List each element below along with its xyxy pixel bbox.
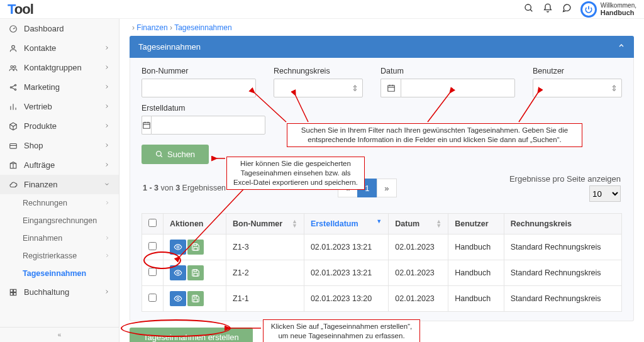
view-icon[interactable]: [170, 291, 186, 306]
label-erstell: Erstelldatum: [142, 104, 264, 113]
sidebar-item-aufträge[interactable]: Aufträge: [0, 155, 119, 175]
svg-rect-41: [194, 299, 197, 302]
svg-line-9: [12, 86, 15, 87]
svg-line-1: [530, 9, 532, 11]
sidebar: DashboardKontakteKontaktgruppenMarketing…: [0, 19, 119, 342]
select-benutzer[interactable]: ⇕: [533, 79, 622, 97]
results-table: Aktionen Bon-Nummer▲▼ Erstelldatum▼ Datu…: [142, 213, 622, 312]
search-icon[interactable]: [524, 3, 534, 15]
svg-rect-15: [10, 143, 17, 148]
create-button[interactable]: Tageseinnahmen erstellen: [130, 328, 253, 342]
sidebar-sub-registrierkasse[interactable]: Registrierkasse: [0, 247, 119, 265]
label-bon: Bon-Nummer: [142, 67, 256, 75]
svg-rect-20: [14, 289, 16, 292]
pager-next[interactable]: »: [377, 179, 397, 197]
label-datum: Datum: [380, 67, 515, 75]
svg-rect-34: [194, 244, 197, 246]
chat-icon[interactable]: [562, 3, 572, 15]
svg-point-33: [177, 246, 179, 248]
panel-header: Tageseinnahmen: [130, 36, 634, 58]
row-checkbox[interactable]: [148, 242, 157, 250]
col-benutzer: Benutzer: [448, 214, 504, 234]
svg-point-7: [14, 84, 16, 86]
sidebar-sub-einnahmen[interactable]: Einnahmen: [0, 229, 119, 247]
svg-rect-40: [194, 295, 197, 297]
svg-rect-21: [10, 292, 13, 295]
svg-point-36: [177, 272, 179, 274]
search-button[interactable]: Suchen: [142, 145, 209, 164]
collapse-panel-icon[interactable]: [618, 42, 625, 52]
panel-title: Tageseinnahmen: [138, 42, 201, 52]
per-page-select[interactable]: 10: [589, 185, 621, 202]
per-page-label: Ergebnisse pro Seite anzeigen: [509, 174, 621, 184]
sidebar-item-dashboard[interactable]: Dashboard: [0, 19, 119, 38]
callout-actions: Hier können Sie die gespeicherten Tagese…: [226, 157, 365, 190]
row-checkbox[interactable]: [148, 268, 157, 276]
sidebar-item-shop[interactable]: Shop: [0, 136, 119, 155]
sidebar-sub-eingangsrechnungen[interactable]: Eingangsrechnungen: [0, 212, 119, 229]
col-bon[interactable]: Bon-Nummer▲▼: [226, 214, 304, 234]
svg-point-6: [10, 86, 11, 87]
col-kreis: Rechnungskreis: [504, 214, 621, 234]
svg-rect-19: [10, 289, 13, 292]
svg-line-32: [160, 155, 162, 157]
sidebar-item-kontaktgruppen[interactable]: Kontaktgruppen: [0, 58, 119, 77]
svg-point-31: [157, 152, 162, 157]
sidebar-item-finanzen[interactable]: Finanzen: [0, 175, 119, 194]
view-icon[interactable]: [170, 240, 186, 255]
table-row: Z1-202.01.2023 13:2102.01.2023HandbuchSt…: [142, 260, 622, 286]
sidebar-item-marketing[interactable]: Marketing: [0, 77, 119, 97]
svg-point-3: [12, 45, 15, 48]
calendar-icon[interactable]: [380, 79, 401, 97]
select-all-checkbox[interactable]: [148, 219, 157, 227]
save-icon[interactable]: [187, 265, 204, 280]
svg-rect-37: [194, 270, 197, 272]
calendar-icon[interactable]: [142, 116, 151, 135]
sidebar-item-kontakte[interactable]: Kontakte: [0, 38, 119, 58]
svg-rect-35: [194, 248, 197, 251]
callout-create: Klicken Sie auf „Tageseinnahmen erstelle…: [263, 319, 420, 342]
power-icon: [580, 1, 597, 18]
svg-rect-23: [387, 86, 394, 91]
save-icon[interactable]: [187, 291, 204, 306]
svg-rect-38: [194, 273, 197, 277]
svg-rect-22: [14, 292, 16, 295]
breadcrumb-finanzen[interactable]: Finanzen: [136, 23, 167, 32]
input-datum[interactable]: [401, 79, 515, 97]
col-erstell[interactable]: Erstelldatum▼: [304, 214, 388, 234]
row-checkbox[interactable]: [148, 294, 157, 302]
svg-point-8: [14, 89, 16, 90]
sidebar-item-produkte[interactable]: Produkte: [0, 116, 119, 136]
label-benutzer: Benutzer: [533, 67, 622, 75]
input-bon[interactable]: [142, 79, 256, 97]
col-aktionen: Aktionen: [164, 214, 226, 234]
table-row: Z1-302.01.2023 13:2102.01.2023HandbuchSt…: [142, 234, 622, 260]
sidebar-item-vertrieb[interactable]: Vertrieb: [0, 97, 119, 116]
svg-line-10: [12, 87, 15, 89]
svg-point-0: [525, 4, 531, 10]
breadcrumb: › Finanzen › Tageseinnahmen: [130, 21, 634, 36]
collapse-sidebar[interactable]: «: [0, 327, 119, 342]
input-erstell[interactable]: [151, 116, 265, 135]
select-kreis[interactable]: ⇕: [274, 79, 363, 97]
logo: Tool: [8, 1, 33, 18]
sidebar-sub-rechnungen[interactable]: Rechnungen: [0, 194, 119, 212]
col-datum[interactable]: Datum▲▼: [389, 214, 448, 234]
results-count: 1 - 3 von 3 Ergebnissen: [143, 184, 226, 192]
breadcrumb-tageseinnahmen[interactable]: Tageseinnahmen: [174, 23, 231, 32]
view-icon[interactable]: [170, 265, 186, 280]
user-menu[interactable]: Willkommen,Handbuch: [580, 1, 636, 18]
save-icon[interactable]: [187, 240, 204, 255]
callout-filter: Suchen Sie in Ihrem Filter nach Ihren ge…: [287, 123, 582, 147]
table-row: Z1-102.01.2023 13:2002.01.2023HandbuchSt…: [142, 286, 622, 312]
svg-point-39: [177, 297, 179, 300]
svg-point-5: [14, 65, 16, 68]
label-kreis: Rechnungskreis: [274, 67, 363, 75]
sidebar-item-buchhaltung[interactable]: Buchhaltung: [0, 282, 119, 302]
sidebar-sub-tageseinnahmen[interactable]: Tageseinnahmen: [0, 265, 119, 282]
bell-icon[interactable]: [543, 3, 553, 15]
svg-point-4: [11, 65, 13, 68]
svg-rect-27: [143, 123, 150, 128]
